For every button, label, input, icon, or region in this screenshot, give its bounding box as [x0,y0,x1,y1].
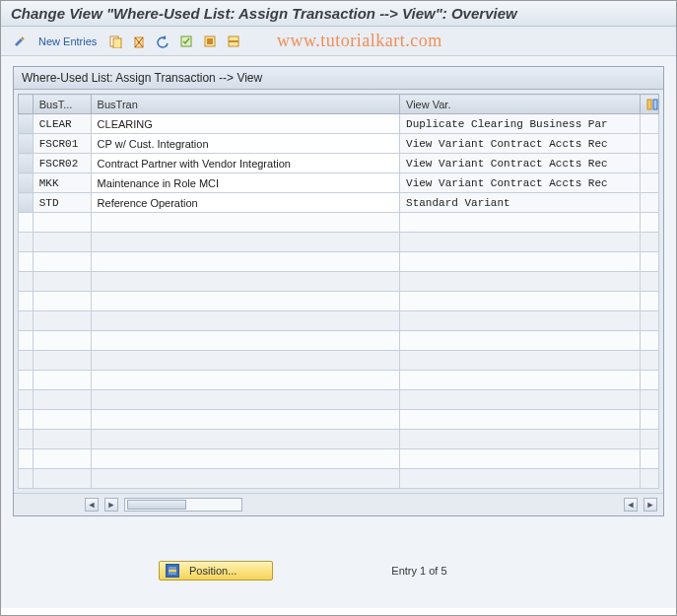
cell-bustran[interactable] [91,449,399,469]
cell-bust[interactable]: FSCR01 [33,134,91,154]
row-selector[interactable] [19,410,34,430]
row-selector[interactable] [19,233,34,252]
configure-columns-button[interactable] [641,95,659,114]
cell-viewvar[interactable] [400,371,641,390]
scroll-left-button-2[interactable]: ◄ [624,498,638,512]
cell-viewvar[interactable]: Duplicate Clearing Business Par [400,114,641,134]
cell-viewvar[interactable] [400,331,641,351]
table-row[interactable] [19,292,659,311]
cell-bust[interactable] [33,351,91,371]
row-selector[interactable] [19,331,34,351]
cell-bustran[interactable]: Maintenance in Role MCI [91,173,399,193]
cell-bust[interactable] [33,469,91,489]
row-selector[interactable] [19,213,34,233]
cell-bust[interactable] [33,331,91,351]
scroll-left-button[interactable]: ◄ [85,498,99,512]
cell-viewvar[interactable] [400,410,641,430]
row-selector[interactable] [19,449,34,469]
cell-viewvar[interactable] [400,233,641,252]
table-row[interactable]: STDReference OperationStandard Variant [19,193,659,213]
table-row[interactable] [19,272,659,292]
row-selector[interactable] [19,292,34,311]
cell-viewvar[interactable] [400,390,641,410]
cell-bustran[interactable] [91,351,399,371]
row-selector[interactable] [19,134,34,154]
cell-bustran[interactable] [91,252,399,272]
cell-bust[interactable]: MKK [33,173,91,193]
cell-bust[interactable] [33,311,91,331]
scroll-right-button[interactable]: ► [104,498,118,512]
row-selector[interactable] [19,390,34,410]
cell-bust[interactable] [33,390,91,410]
deselect-all-button[interactable] [225,33,242,50]
row-selector[interactable] [19,114,34,134]
table-row[interactable] [19,469,659,489]
row-selector[interactable] [19,371,34,390]
select-all-button[interactable] [177,33,195,50]
cell-bust[interactable] [33,410,91,430]
table-row[interactable] [19,351,659,371]
row-selector[interactable] [19,252,34,272]
data-grid[interactable]: BusT... BusTran View Var. CLEARCLEARINGD… [18,94,659,489]
cell-bust[interactable]: STD [33,193,91,213]
select-block-button[interactable] [201,33,219,50]
row-selector[interactable] [19,173,34,193]
scroll-right-button-2[interactable]: ► [643,498,657,512]
cell-bustran[interactable] [91,371,399,390]
table-row[interactable] [19,311,659,331]
row-selector[interactable] [19,469,34,489]
cell-bustran[interactable] [91,272,399,292]
toggle-display-change-button[interactable] [11,33,29,50]
table-row[interactable] [19,390,659,410]
table-row[interactable]: CLEARCLEARINGDuplicate Clearing Business… [19,114,659,134]
table-row[interactable] [19,213,659,233]
cell-viewvar[interactable] [400,449,641,469]
col-bustran-header[interactable]: BusTran [91,95,399,114]
cell-bust[interactable] [33,371,91,390]
cell-bustran[interactable]: CLEARING [91,114,399,134]
cell-viewvar[interactable]: View Variant Contract Accts Rec [400,154,641,173]
new-entries-button[interactable]: New Entries [34,34,101,49]
cell-viewvar[interactable] [400,272,641,292]
table-row[interactable] [19,233,659,252]
cell-bustran[interactable]: CP w/ Cust. Integration [91,134,399,154]
cell-bustran[interactable] [91,390,399,410]
position-button[interactable]: Position... [159,561,273,581]
cell-bustran[interactable] [91,311,399,331]
row-selector[interactable] [19,272,34,292]
cell-bustran[interactable] [91,213,399,233]
cell-viewvar[interactable] [400,430,641,449]
col-bust-header[interactable]: BusT... [33,95,91,114]
table-row[interactable] [19,331,659,351]
scrollbar-track[interactable] [124,498,242,512]
delete-button[interactable] [130,33,148,50]
row-selector[interactable] [19,430,34,449]
cell-viewvar[interactable] [400,469,641,489]
row-selector[interactable] [19,351,34,371]
cell-bust[interactable]: FSCR02 [33,154,91,173]
cell-viewvar[interactable] [400,351,641,371]
cell-viewvar[interactable]: Standard Variant [400,193,641,213]
table-row[interactable]: MKKMaintenance in Role MCIView Variant C… [19,173,659,193]
table-row[interactable] [19,430,659,449]
undo-button[interactable] [154,33,171,50]
table-row[interactable]: FSCR01CP w/ Cust. IntegrationView Varian… [19,134,659,154]
cell-bustran[interactable] [91,233,399,252]
cell-bust[interactable] [33,252,91,272]
cell-viewvar[interactable] [400,292,641,311]
cell-bustran[interactable] [91,469,399,489]
row-selector[interactable] [19,193,34,213]
table-row[interactable] [19,371,659,390]
cell-bust[interactable] [33,430,91,449]
table-row[interactable] [19,449,659,469]
table-row[interactable] [19,410,659,430]
table-row[interactable] [19,252,659,272]
cell-bust[interactable] [33,292,91,311]
cell-viewvar[interactable] [400,213,641,233]
cell-viewvar[interactable]: View Variant Contract Accts Rec [400,134,641,154]
cell-bustran[interactable] [91,410,399,430]
row-selector-header[interactable] [19,95,34,114]
cell-bustran[interactable] [91,292,399,311]
cell-viewvar[interactable] [400,311,641,331]
cell-bustran[interactable]: Contract Partner with Vendor Integration [91,154,399,173]
